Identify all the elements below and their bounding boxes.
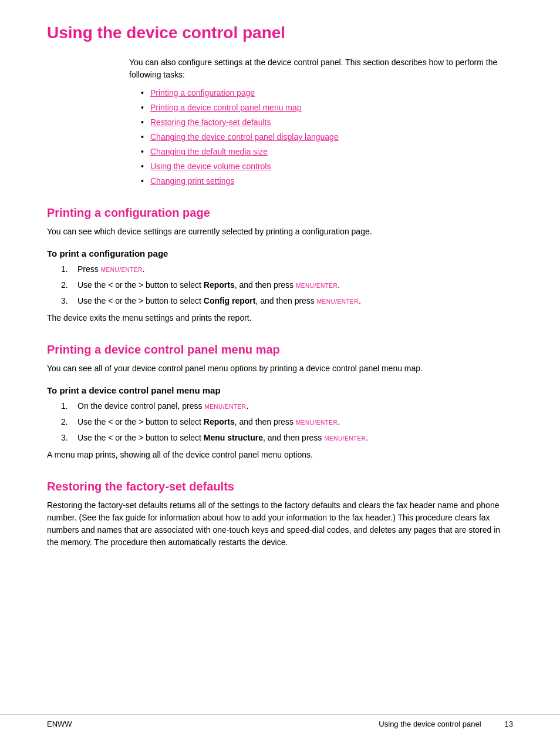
step-note-2: A menu map prints, showing all of the de… bbox=[47, 449, 513, 461]
step-1-1: 1. Press menu/enter. bbox=[61, 263, 513, 275]
inline-key-menu-enter-2: menu/enter bbox=[296, 283, 338, 289]
step-note-1: The device exits the menu settings and p… bbox=[47, 312, 513, 324]
toc-list: Printing a configuration page Printing a… bbox=[141, 87, 513, 187]
footer-center: Using the device control panel bbox=[379, 720, 481, 728]
toc-link-7[interactable]: Changing print settings bbox=[150, 176, 234, 186]
toc-link-6[interactable]: Using the device volume controls bbox=[150, 162, 271, 171]
toc-item-1[interactable]: Printing a configuration page bbox=[141, 87, 513, 99]
inline-key-menu-enter-3: menu/enter bbox=[317, 298, 359, 305]
toc-link-3[interactable]: Restoring the factory-set defaults bbox=[150, 117, 271, 127]
page-container: Using the device control panel You can a… bbox=[0, 0, 560, 746]
inline-key-menu-enter-1: menu/enter bbox=[101, 267, 143, 273]
section-title-2: Printing a device control panel menu map bbox=[47, 343, 513, 357]
toc-item-7[interactable]: Changing print settings bbox=[141, 175, 513, 187]
section-body-3: Restoring the factory-set defaults retur… bbox=[47, 499, 513, 549]
section-title-1: Printing a configuration page bbox=[47, 206, 513, 220]
footer-left: ENWW bbox=[47, 720, 72, 728]
intro-paragraph: You can also configure settings at the d… bbox=[129, 56, 513, 81]
toc-item-4[interactable]: Changing the device control panel displa… bbox=[141, 131, 513, 143]
section-title-3: Restoring the factory-set defaults bbox=[47, 480, 513, 493]
toc-item-3[interactable]: Restoring the factory-set defaults bbox=[141, 116, 513, 129]
footer-page-number: 13 bbox=[505, 720, 513, 728]
section-body-1: You can see which device settings are cu… bbox=[47, 226, 513, 238]
toc-item-6[interactable]: Using the device volume controls bbox=[141, 160, 513, 173]
steps-list-2: 1. On the device control panel, press me… bbox=[61, 400, 513, 444]
step-2-3: 3. Use the < or the > button to select M… bbox=[61, 432, 513, 444]
step-2-2: 2. Use the < or the > button to select R… bbox=[61, 416, 513, 428]
page-title: Using the device control panel bbox=[47, 23, 513, 42]
toc-link-5[interactable]: Changing the default media size bbox=[150, 147, 268, 156]
inline-key-menu-enter-6: menu/enter bbox=[324, 435, 366, 442]
toc-item-5[interactable]: Changing the default media size bbox=[141, 146, 513, 158]
steps-list-1: 1. Press menu/enter. 2. Use the < or the… bbox=[61, 263, 513, 307]
step-1-3: 3. Use the < or the > button to select C… bbox=[61, 295, 513, 307]
subsection-title-2-1: To print a device control panel menu map bbox=[47, 385, 513, 395]
inline-key-menu-enter-4: menu/enter bbox=[204, 404, 246, 410]
inline-key-menu-enter-5: menu/enter bbox=[296, 419, 338, 426]
step-1-2: 2. Use the < or the > button to select R… bbox=[61, 279, 513, 291]
footer-right: Using the device control panel 13 bbox=[379, 720, 513, 728]
section-body-2: You can see all of your device control p… bbox=[47, 362, 513, 375]
step-2-1: 1. On the device control panel, press me… bbox=[61, 400, 513, 412]
toc-link-1[interactable]: Printing a configuration page bbox=[150, 88, 255, 98]
toc-link-2[interactable]: Printing a device control panel menu map bbox=[150, 103, 302, 112]
toc-item-2[interactable]: Printing a device control panel menu map bbox=[141, 102, 513, 114]
page-footer: ENWW Using the device control panel 13 bbox=[0, 714, 560, 728]
toc-link-4[interactable]: Changing the device control panel displa… bbox=[150, 132, 339, 142]
subsection-title-1-1: To print a configuration page bbox=[47, 248, 513, 258]
